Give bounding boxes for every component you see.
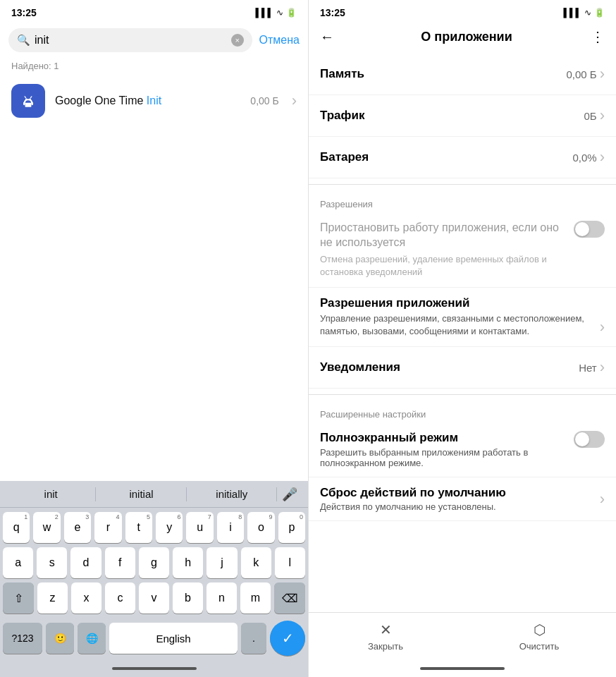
clear-label: Очистить <box>519 641 560 652</box>
svg-rect-6 <box>31 102 33 105</box>
key-e[interactable]: 3e <box>64 512 91 543</box>
suspend-text: Приостановить работу приложения, если он… <box>320 221 565 279</box>
found-label: Найдено: 1 <box>0 58 308 77</box>
autocomplete-row: init initial initially 🎤 <box>0 481 308 508</box>
key-x[interactable]: x <box>71 583 101 614</box>
app-list-item[interactable]: Google One Time Init 0,00 Б <box>0 77 308 125</box>
memory-value: 0,00 Б <box>566 68 596 80</box>
memory-item[interactable]: Память 0,00 Б <box>309 54 616 95</box>
clear-action[interactable]: ⬡ Очистить <box>462 613 616 660</box>
space-key[interactable]: English <box>109 623 238 654</box>
app-name-highlight: Init <box>147 94 161 106</box>
battery-chevron-icon <box>600 148 605 166</box>
key-i[interactable]: 8i <box>217 512 244 543</box>
search-input[interactable] <box>35 34 227 47</box>
suspend-desc: Отмена разрешений, удаление временных фа… <box>320 253 565 279</box>
autocomplete-initial[interactable]: initial <box>96 485 186 503</box>
right-status-bar: 13:25 ▌▌▌ ∿ 🔋 <box>309 0 616 23</box>
search-icon: 🔍 <box>17 34 30 47</box>
search-input-wrap: 🔍 × <box>8 28 252 52</box>
traffic-item[interactable]: Трафик 0Б <box>309 95 616 137</box>
fullscreen-toggle[interactable] <box>574 431 605 448</box>
key-b[interactable]: b <box>173 583 203 614</box>
right-signal-icon: ▌▌▌ <box>563 8 581 18</box>
key-f[interactable]: f <box>105 547 135 578</box>
key-t[interactable]: 5t <box>125 512 152 543</box>
reset-title: Сброс действий по умолчанию <box>320 486 600 500</box>
app-permissions-item[interactable]: Разрешения приложений Управление разреше… <box>309 288 616 347</box>
key-q[interactable]: 1q <box>3 512 30 543</box>
right-wifi-icon: ∿ <box>584 8 591 18</box>
backspace-key[interactable]: ⌫ <box>274 583 305 614</box>
key-r[interactable]: 4r <box>94 512 121 543</box>
reset-desc: Действия по умолчанию не установлены. <box>320 501 600 512</box>
battery-item[interactable]: Батарея 0,0% <box>309 137 616 178</box>
reset-chevron-icon <box>600 490 605 508</box>
svg-rect-7 <box>25 103 32 107</box>
key-h[interactable]: h <box>173 547 203 578</box>
key-z[interactable]: z <box>37 583 68 614</box>
shift-key[interactable]: ⇧ <box>3 583 34 614</box>
left-status-time: 13:25 <box>11 7 37 18</box>
reset-item[interactable]: Сброс действий по умолчанию Действия по … <box>309 477 616 521</box>
battery-label: Батарея <box>320 150 572 164</box>
period-key[interactable]: . <box>241 623 266 654</box>
wifi-icon: ∿ <box>276 8 283 18</box>
memory-chevron-icon <box>600 65 605 83</box>
search-bar-row: 🔍 × Отмена <box>0 23 308 58</box>
key-n[interactable]: n <box>207 583 237 614</box>
key-c[interactable]: c <box>105 583 135 614</box>
emoji-key[interactable]: 🙂 <box>46 623 74 654</box>
key-a[interactable]: a <box>3 547 33 578</box>
signal-icon: ▌▌▌ <box>255 8 273 18</box>
notifications-item[interactable]: Уведомления Нет <box>309 347 616 389</box>
key-m[interactable]: m <box>240 583 271 614</box>
mic-button[interactable]: 🎤 <box>277 487 302 502</box>
key-j[interactable]: j <box>207 547 237 578</box>
back-button[interactable]: ← <box>320 29 334 45</box>
key-d[interactable]: d <box>70 547 101 578</box>
page-title: О приложении <box>343 30 591 44</box>
autocomplete-initially[interactable]: initially <box>187 485 277 503</box>
key-w[interactable]: 2w <box>33 512 60 543</box>
key-row-3: ⇧ z x c v b n m ⌫ <box>3 583 305 614</box>
cancel-button[interactable]: Отмена <box>259 34 300 47</box>
key-y[interactable]: 6y <box>156 512 183 543</box>
key-l[interactable]: l <box>275 547 305 578</box>
battery-value: 0,0% <box>572 152 596 164</box>
more-button[interactable]: ⋮ <box>591 28 605 45</box>
key-k[interactable]: k <box>241 547 271 578</box>
svg-point-2 <box>29 99 31 101</box>
key-p[interactable]: 0p <box>278 512 305 543</box>
globe-key[interactable]: 🌐 <box>78 623 106 654</box>
app-name: Google One Time Init <box>55 94 240 107</box>
left-panel: 13:25 ▌▌▌ ∿ 🔋 🔍 × Отмена Найдено: 1 <box>0 0 308 677</box>
key-s[interactable]: s <box>37 547 67 578</box>
suspend-toggle[interactable] <box>574 221 605 238</box>
key-g[interactable]: g <box>139 547 169 578</box>
suspend-app-block: Приостановить работу приложения, если он… <box>309 212 616 288</box>
key-o[interactable]: 9o <box>247 512 274 543</box>
advanced-section-label: Расширенные настройки <box>309 401 616 422</box>
right-battery-icon: 🔋 <box>594 8 605 18</box>
svg-rect-5 <box>23 102 25 105</box>
right-header: ← О приложении ⋮ <box>309 23 616 54</box>
autocomplete-init[interactable]: init <box>6 485 96 503</box>
app-permissions-title: Разрешения приложений <box>320 296 605 310</box>
android-icon <box>18 91 38 111</box>
close-action[interactable]: ✕ Закрыть <box>309 613 462 660</box>
key-v[interactable]: v <box>139 583 169 614</box>
num-key[interactable]: ?123 <box>3 623 42 654</box>
key-u[interactable]: 7u <box>186 512 213 543</box>
right-home-bar <box>309 660 616 677</box>
app-icon <box>11 84 45 118</box>
clear-button[interactable]: × <box>231 34 244 47</box>
bottom-actions: ✕ Закрыть ⬡ Очистить <box>309 612 616 660</box>
app-chevron-icon <box>292 92 297 110</box>
fullscreen-item: Полноэкранный режим Разрешить выбранным … <box>309 422 616 477</box>
fullscreen-desc: Разрешить выбранным приложениям работать… <box>320 447 565 468</box>
battery-icon: 🔋 <box>286 8 297 18</box>
enter-key[interactable]: ✓ <box>270 621 305 656</box>
reset-text: Сброс действий по умолчанию Действия по … <box>320 486 600 512</box>
notifications-chevron-icon <box>600 358 605 377</box>
